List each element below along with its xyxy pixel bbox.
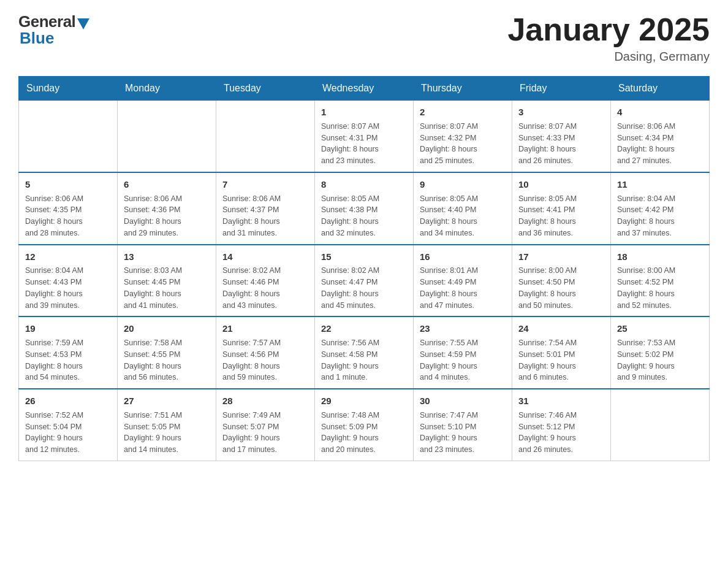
page-header: General Blue January 2025 Dasing, German…: [18, 12, 710, 64]
calendar-cell: [216, 101, 315, 172]
calendar-cell: 28Sunrise: 7:49 AM Sunset: 5:07 PM Dayli…: [216, 389, 315, 461]
logo-blue-text: Blue: [20, 29, 54, 48]
day-info: Sunrise: 7:59 AM Sunset: 4:53 PM Dayligh…: [25, 337, 111, 383]
day-number: 24: [518, 322, 604, 335]
calendar-cell: [19, 101, 118, 172]
calendar-cell: 17Sunrise: 8:00 AM Sunset: 4:50 PM Dayli…: [512, 245, 611, 317]
day-number: 11: [617, 178, 703, 191]
calendar-header-wednesday: Wednesday: [315, 77, 414, 101]
day-info: Sunrise: 8:00 AM Sunset: 4:50 PM Dayligh…: [518, 265, 604, 311]
day-info: Sunrise: 8:05 AM Sunset: 4:38 PM Dayligh…: [321, 193, 407, 239]
calendar-cell: 2Sunrise: 8:07 AM Sunset: 4:32 PM Daylig…: [414, 101, 512, 172]
day-info: Sunrise: 8:06 AM Sunset: 4:34 PM Dayligh…: [617, 121, 703, 167]
day-number: 8: [321, 178, 407, 191]
calendar-header-friday: Friday: [512, 77, 611, 101]
day-info: Sunrise: 8:04 AM Sunset: 4:42 PM Dayligh…: [617, 193, 703, 239]
day-number: 25: [617, 322, 703, 335]
calendar-table: SundayMondayTuesdayWednesdayThursdayFrid…: [18, 76, 710, 461]
day-number: 27: [124, 394, 210, 408]
calendar-cell: 24Sunrise: 7:54 AM Sunset: 5:01 PM Dayli…: [512, 316, 611, 389]
day-number: 28: [222, 394, 308, 408]
day-info: Sunrise: 8:07 AM Sunset: 4:33 PM Dayligh…: [518, 121, 604, 167]
calendar-cell: 21Sunrise: 7:57 AM Sunset: 4:56 PM Dayli…: [216, 316, 315, 389]
day-number: 7: [222, 178, 308, 191]
day-info: Sunrise: 7:51 AM Sunset: 5:05 PM Dayligh…: [124, 410, 210, 456]
day-number: 19: [25, 322, 111, 335]
day-info: Sunrise: 7:55 AM Sunset: 4:59 PM Dayligh…: [420, 337, 506, 383]
calendar-header-sunday: Sunday: [19, 77, 118, 101]
day-info: Sunrise: 7:58 AM Sunset: 4:55 PM Dayligh…: [124, 337, 210, 383]
calendar-cell: 12Sunrise: 8:04 AM Sunset: 4:43 PM Dayli…: [19, 245, 118, 317]
calendar-cell: 5Sunrise: 8:06 AM Sunset: 4:35 PM Daylig…: [19, 172, 118, 245]
day-number: 6: [124, 178, 210, 191]
calendar-header-tuesday: Tuesday: [216, 77, 315, 101]
day-number: 12: [25, 250, 111, 264]
calendar-cell: [611, 389, 710, 461]
calendar-cell: [118, 101, 216, 172]
calendar-cell: 27Sunrise: 7:51 AM Sunset: 5:05 PM Dayli…: [118, 389, 216, 461]
calendar-cell: 20Sunrise: 7:58 AM Sunset: 4:55 PM Dayli…: [118, 316, 216, 389]
calendar-cell: 16Sunrise: 8:01 AM Sunset: 4:49 PM Dayli…: [414, 245, 512, 317]
day-number: 26: [25, 394, 111, 408]
day-number: 20: [124, 322, 210, 335]
day-info: Sunrise: 8:06 AM Sunset: 4:35 PM Dayligh…: [25, 193, 111, 239]
day-info: Sunrise: 7:56 AM Sunset: 4:58 PM Dayligh…: [321, 337, 407, 383]
calendar-week-row: 12Sunrise: 8:04 AM Sunset: 4:43 PM Dayli…: [19, 245, 710, 317]
day-info: Sunrise: 8:00 AM Sunset: 4:52 PM Dayligh…: [617, 265, 703, 311]
day-info: Sunrise: 8:02 AM Sunset: 4:47 PM Dayligh…: [321, 265, 407, 311]
calendar-cell: 4Sunrise: 8:06 AM Sunset: 4:34 PM Daylig…: [611, 101, 710, 172]
day-number: 16: [420, 250, 506, 264]
calendar-week-row: 5Sunrise: 8:06 AM Sunset: 4:35 PM Daylig…: [19, 172, 710, 245]
calendar-cell: 8Sunrise: 8:05 AM Sunset: 4:38 PM Daylig…: [315, 172, 414, 245]
day-number: 1: [321, 105, 407, 119]
calendar-cell: 26Sunrise: 7:52 AM Sunset: 5:04 PM Dayli…: [19, 389, 118, 461]
day-info: Sunrise: 8:04 AM Sunset: 4:43 PM Dayligh…: [25, 265, 111, 311]
calendar-week-row: 26Sunrise: 7:52 AM Sunset: 5:04 PM Dayli…: [19, 389, 710, 461]
day-info: Sunrise: 8:05 AM Sunset: 4:41 PM Dayligh…: [518, 193, 604, 239]
day-number: 4: [617, 105, 703, 119]
calendar-cell: 1Sunrise: 8:07 AM Sunset: 4:31 PM Daylig…: [315, 101, 414, 172]
day-number: 10: [518, 178, 604, 191]
day-number: 21: [222, 322, 308, 335]
calendar-cell: 23Sunrise: 7:55 AM Sunset: 4:59 PM Dayli…: [414, 316, 512, 389]
calendar-cell: 29Sunrise: 7:48 AM Sunset: 5:09 PM Dayli…: [315, 389, 414, 461]
calendar-cell: 14Sunrise: 8:02 AM Sunset: 4:46 PM Dayli…: [216, 245, 315, 317]
day-info: Sunrise: 8:02 AM Sunset: 4:46 PM Dayligh…: [222, 265, 308, 311]
day-info: Sunrise: 7:53 AM Sunset: 5:02 PM Dayligh…: [617, 337, 703, 383]
calendar-cell: 3Sunrise: 8:07 AM Sunset: 4:33 PM Daylig…: [512, 101, 611, 172]
day-number: 29: [321, 394, 407, 408]
day-number: 9: [420, 178, 506, 191]
day-number: 31: [518, 394, 604, 408]
day-number: 13: [124, 250, 210, 264]
day-number: 5: [25, 178, 111, 191]
calendar-cell: 15Sunrise: 8:02 AM Sunset: 4:47 PM Dayli…: [315, 245, 414, 317]
title-area: January 2025 Dasing, Germany: [507, 12, 710, 64]
calendar-cell: 18Sunrise: 8:00 AM Sunset: 4:52 PM Dayli…: [611, 245, 710, 317]
day-info: Sunrise: 7:49 AM Sunset: 5:07 PM Dayligh…: [222, 410, 308, 456]
day-info: Sunrise: 8:07 AM Sunset: 4:32 PM Dayligh…: [420, 121, 506, 167]
calendar-cell: 11Sunrise: 8:04 AM Sunset: 4:42 PM Dayli…: [611, 172, 710, 245]
day-number: 30: [420, 394, 506, 408]
calendar-cell: 25Sunrise: 7:53 AM Sunset: 5:02 PM Dayli…: [611, 316, 710, 389]
calendar-cell: 7Sunrise: 8:06 AM Sunset: 4:37 PM Daylig…: [216, 172, 315, 245]
day-number: 14: [222, 250, 308, 264]
day-number: 23: [420, 322, 506, 335]
calendar-header-thursday: Thursday: [414, 77, 512, 101]
day-info: Sunrise: 7:57 AM Sunset: 4:56 PM Dayligh…: [222, 337, 308, 383]
day-info: Sunrise: 8:05 AM Sunset: 4:40 PM Dayligh…: [420, 193, 506, 239]
day-number: 3: [518, 105, 604, 119]
day-number: 18: [617, 250, 703, 264]
day-info: Sunrise: 8:06 AM Sunset: 4:37 PM Dayligh…: [222, 193, 308, 239]
calendar-cell: 31Sunrise: 7:46 AM Sunset: 5:12 PM Dayli…: [512, 389, 611, 461]
day-info: Sunrise: 8:01 AM Sunset: 4:49 PM Dayligh…: [420, 265, 506, 311]
logo: General Blue: [18, 12, 89, 48]
day-info: Sunrise: 7:52 AM Sunset: 5:04 PM Dayligh…: [25, 410, 111, 456]
calendar-header-monday: Monday: [118, 77, 216, 101]
day-number: 2: [420, 105, 506, 119]
calendar-cell: 22Sunrise: 7:56 AM Sunset: 4:58 PM Dayli…: [315, 316, 414, 389]
calendar-cell: 6Sunrise: 8:06 AM Sunset: 4:36 PM Daylig…: [118, 172, 216, 245]
location: Dasing, Germany: [507, 50, 710, 64]
day-info: Sunrise: 7:47 AM Sunset: 5:10 PM Dayligh…: [420, 410, 506, 456]
calendar-cell: 9Sunrise: 8:05 AM Sunset: 4:40 PM Daylig…: [414, 172, 512, 245]
calendar-header-saturday: Saturday: [611, 77, 710, 101]
